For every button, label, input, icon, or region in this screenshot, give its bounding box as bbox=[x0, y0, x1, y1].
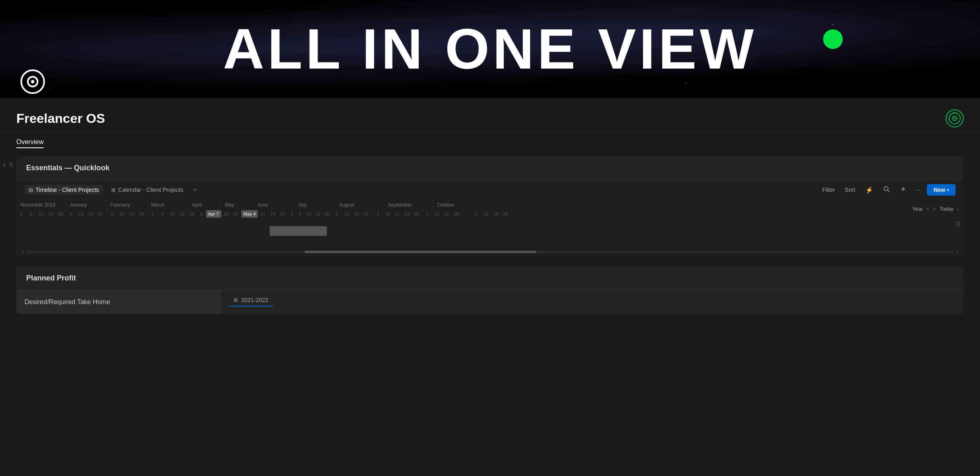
timeline-expand-icon[interactable]: ⊡ bbox=[955, 220, 960, 227]
date: 29 bbox=[322, 210, 331, 218]
hero-eye-icon bbox=[20, 69, 45, 94]
tab-calendar-client-projects[interactable]: ▦ Calendar - Client Projects bbox=[107, 185, 188, 195]
planned-profit-header: Planned Profit bbox=[16, 267, 964, 290]
timeline-area: November 2019 January February March Apr… bbox=[16, 200, 964, 257]
date: 13 bbox=[342, 210, 352, 218]
scroll-thumb[interactable] bbox=[305, 251, 536, 253]
tab-timeline-client-projects[interactable]: ▤ Timeline - Client Projects bbox=[25, 185, 103, 195]
month-may: May bbox=[221, 200, 253, 210]
svg-point-5 bbox=[954, 118, 955, 119]
date: 20 bbox=[352, 210, 362, 218]
profit-tab-2021-2022[interactable]: ⊞ 2021-2022 bbox=[229, 294, 273, 307]
date: 9 bbox=[26, 210, 36, 218]
timeline-bar-1 bbox=[270, 226, 327, 236]
date: 3 bbox=[373, 210, 383, 218]
date: 16 bbox=[167, 210, 177, 218]
timeline-tab-label: Timeline - Client Projects bbox=[36, 187, 99, 193]
search-button[interactable] bbox=[880, 184, 893, 196]
date: 28 bbox=[452, 210, 462, 218]
date: 2 bbox=[148, 210, 158, 218]
date: 3 bbox=[107, 210, 117, 218]
overview-nav: Overview bbox=[0, 132, 980, 148]
profit-left-label: Desired/Required Take Home bbox=[25, 298, 110, 305]
month-feb: February bbox=[106, 200, 147, 210]
essentials-section: Essentials — Quicklook ▤ Timeline - Clie… bbox=[16, 156, 964, 257]
header-icon[interactable] bbox=[946, 109, 964, 127]
date: 5 bbox=[471, 210, 481, 218]
filter-button[interactable]: Filter bbox=[819, 185, 838, 195]
date: 1 bbox=[288, 210, 296, 218]
grip-icon[interactable]: ⠿ bbox=[9, 161, 13, 169]
timeline-rows: ⊡ bbox=[16, 218, 964, 247]
month-sep: September bbox=[384, 200, 433, 210]
lightning-button[interactable]: ⚡ bbox=[862, 185, 877, 196]
date: 10 bbox=[383, 210, 393, 218]
date: 14 bbox=[432, 210, 442, 218]
month-apr: April bbox=[188, 200, 221, 210]
sort-button[interactable]: Sort bbox=[842, 185, 859, 195]
timeline-forward-chevron[interactable]: › bbox=[957, 206, 959, 212]
date: 23 bbox=[46, 210, 56, 218]
month-jan: January bbox=[65, 200, 106, 210]
profit-tab-icon: ⊞ bbox=[234, 297, 238, 303]
month-mar: March bbox=[147, 200, 188, 210]
date: 30 bbox=[187, 210, 197, 218]
timeline-nav-controls: Year < > Today › bbox=[907, 200, 964, 218]
month-nov-2019: November 2019 bbox=[16, 200, 65, 210]
date: 31 bbox=[412, 210, 422, 218]
date: 22 bbox=[313, 210, 322, 218]
add-tab-button[interactable]: + bbox=[192, 186, 199, 194]
date: 27 bbox=[231, 210, 241, 218]
date-apr7-highlighted: Apr 7 bbox=[206, 210, 221, 218]
date: 20 bbox=[86, 210, 96, 218]
scroll-right-chevron[interactable]: › bbox=[953, 249, 960, 255]
date: 6 bbox=[198, 210, 206, 218]
date: 9 bbox=[158, 210, 167, 218]
svg-line-7 bbox=[888, 190, 889, 192]
scroll-left-chevron[interactable]: ‹ bbox=[20, 249, 27, 255]
date: 20 bbox=[221, 210, 231, 218]
planned-profit-section: Planned Profit Desired/Required Take Hom… bbox=[16, 267, 964, 314]
date: 7 bbox=[422, 210, 432, 218]
toolbar-actions: Filter Sort ⚡ ··· New ▾ bbox=[819, 184, 955, 196]
timeline-toolbar: ▤ Timeline - Client Projects ▦ Calendar … bbox=[16, 180, 964, 200]
calendar-icon: ▦ bbox=[111, 187, 116, 193]
date: 17 bbox=[393, 210, 402, 218]
date: 24 bbox=[136, 210, 146, 218]
date: 23 bbox=[177, 210, 187, 218]
timeline-icon: ▤ bbox=[29, 187, 33, 193]
month-jun: June bbox=[253, 200, 294, 210]
date: 2 bbox=[16, 210, 26, 218]
share-button[interactable] bbox=[896, 184, 909, 196]
date: 11 bbox=[258, 210, 268, 218]
tab-overview[interactable]: Overview bbox=[16, 138, 44, 148]
add-icon[interactable]: + bbox=[2, 162, 6, 169]
date: 12 bbox=[481, 210, 491, 218]
year-selector[interactable]: Year bbox=[912, 206, 923, 212]
scroll-track[interactable] bbox=[27, 251, 954, 253]
date: 6 bbox=[332, 210, 342, 218]
calendar-tab-label: Calendar - Client Projects bbox=[118, 187, 183, 193]
date: 27 bbox=[362, 210, 371, 218]
hero-banner: ALL IN ONE VIEW bbox=[0, 0, 980, 98]
timeline-prev-button[interactable]: < bbox=[926, 206, 929, 212]
date: 10 bbox=[117, 210, 127, 218]
date: 27 bbox=[96, 210, 105, 218]
month-jul: July bbox=[294, 200, 335, 210]
hero-title: ALL IN ONE VIEW bbox=[223, 16, 757, 82]
new-button[interactable]: New ▾ bbox=[927, 184, 955, 196]
more-button[interactable]: ··· bbox=[913, 185, 924, 195]
new-button-label: New bbox=[933, 187, 945, 193]
date: 13 bbox=[76, 210, 86, 218]
date: 21 bbox=[442, 210, 452, 218]
date: 16 bbox=[36, 210, 46, 218]
page-title: Freelancer OS bbox=[16, 111, 105, 126]
timeline-scrollbar-area: ‹ › bbox=[16, 247, 964, 257]
hero-green-dot bbox=[823, 29, 843, 49]
planned-profit-content: Desired/Required Take Home ⊞ 2021-2022 bbox=[16, 290, 964, 314]
today-button[interactable]: Today bbox=[940, 206, 954, 212]
month-oct: October bbox=[433, 200, 482, 210]
essentials-header: Essentials — Quicklook bbox=[16, 156, 964, 180]
timeline-next-button[interactable]: > bbox=[933, 206, 936, 212]
new-button-chevron: ▾ bbox=[947, 188, 949, 192]
